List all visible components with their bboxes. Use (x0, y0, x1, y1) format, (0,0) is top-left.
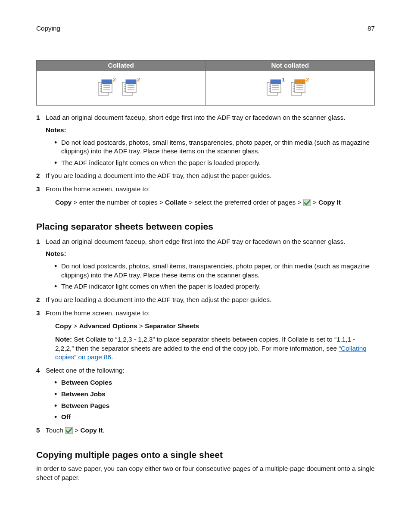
collation-table: Collated Not collated 1 2 1 2 (36, 60, 375, 106)
option-item: Between Jobs (54, 390, 375, 399)
svg-text:2: 2 (302, 79, 305, 85)
section-heading-separator: Placing separator sheets between copies (36, 221, 375, 233)
option-label: Between Pages (61, 402, 109, 409)
option-label: Between Jobs (61, 390, 106, 398)
nav-path: Copy > enter the number of copies > Coll… (55, 198, 375, 207)
note-label: Note: (55, 336, 72, 343)
header-page-number: 87 (367, 24, 375, 33)
section1-steps: 1 Load an original document faceup, shor… (36, 113, 375, 207)
table-header-not-collated: Not collated (206, 60, 375, 71)
table-cell-not-collated: 1 1 2 2 (206, 71, 375, 106)
step: 5 Touch > Copy It. (36, 426, 375, 435)
nav-copyit-label: Copy It (318, 199, 341, 206)
svg-text:2: 2 (137, 78, 140, 83)
separator-options: Between Copies Between Jobs Between Page… (54, 378, 375, 422)
nav-copyit-label: Copy It (81, 426, 103, 434)
step-text: Load an original document faceup, short … (46, 238, 346, 245)
note-block: Note: Set Collate to “1,2,3 ‑ 1,2,3” to … (55, 335, 375, 362)
note-text: Set Collate to “1,2,3 ‑ 1,2,3” to place … (55, 336, 355, 352)
step-text: From the home screen, navigate to: (46, 185, 149, 193)
section3-paragraph: In order to save paper, you can copy eit… (36, 464, 375, 482)
table-header-collated: Collated (37, 60, 206, 71)
step: 2 If you are loading a document into the… (36, 171, 375, 180)
step: 1 Load an original document faceup, shor… (36, 113, 375, 167)
option-label: Off (61, 413, 71, 420)
step-text: If you are loading a document into the A… (46, 172, 271, 179)
note-item: The ADF indicator light comes on when th… (54, 282, 375, 291)
section2-steps: 1 Load an original document faceup, shor… (36, 237, 375, 435)
step-text: From the home screen, navigate to: (46, 309, 149, 317)
svg-text:2: 2 (306, 78, 309, 83)
checkmark-icon (303, 199, 311, 206)
step: 1 Load an original document faceup, shor… (36, 237, 375, 291)
nav-copy-label: Copy (55, 322, 72, 330)
running-header: Copying 87 (36, 24, 375, 36)
option-item: Off (54, 413, 375, 422)
nav-path: Copy > Advanced Options > Separator Shee… (55, 322, 375, 331)
step: 2 If you are loading a document into the… (36, 296, 375, 305)
nav-advanced-label: Advanced Options (79, 322, 137, 330)
option-item: Between Copies (54, 378, 375, 387)
section-heading-multipage: Copying multiple pages onto a single she… (36, 449, 375, 461)
notes-label: Notes: (46, 249, 375, 258)
nav-collate-label: Collate (165, 199, 187, 206)
not-collated-pages-icon: 1 1 2 2 (266, 78, 314, 98)
step-text: Load an original document faceup, short … (46, 114, 346, 121)
step-text: Touch (46, 426, 65, 434)
collated-pages-icon: 1 2 1 2 (97, 78, 145, 98)
note-item: The ADF indicator light comes on when th… (54, 159, 375, 168)
notes-list: Do not load postcards, photos, small ite… (54, 262, 375, 291)
nav-sep-label: Separator Sheets (145, 322, 199, 330)
svg-text:1: 1 (109, 79, 112, 85)
svg-text:1: 1 (278, 79, 281, 85)
note-item: Do not load postcards, photos, small ite… (54, 262, 375, 280)
step: 3 From the home screen, navigate to: Cop… (36, 185, 375, 207)
step-text: If you are loading a document into the A… (46, 296, 271, 303)
option-label: Between Copies (61, 379, 112, 386)
nav-text: > select the preferred order of pages > (187, 199, 303, 206)
notes-list: Do not load postcards, photos, small ite… (54, 138, 375, 168)
svg-text:1: 1 (282, 78, 285, 83)
notes-label: Notes: (46, 126, 375, 135)
step: 4 Select one of the following: Between C… (36, 366, 375, 422)
note-item: Do not load postcards, photos, small ite… (54, 138, 375, 156)
nav-text: > enter the number of copies > (72, 199, 165, 206)
svg-text:1: 1 (134, 79, 137, 85)
step: 3 From the home screen, navigate to: Cop… (36, 309, 375, 362)
option-item: Between Pages (54, 401, 375, 411)
svg-text:2: 2 (113, 78, 116, 83)
table-cell-collated: 1 2 1 2 (37, 71, 206, 106)
step-text: Select one of the following: (46, 367, 125, 374)
header-section: Copying (36, 24, 60, 33)
nav-copy-label: Copy (55, 199, 72, 206)
checkmark-icon (65, 427, 73, 434)
